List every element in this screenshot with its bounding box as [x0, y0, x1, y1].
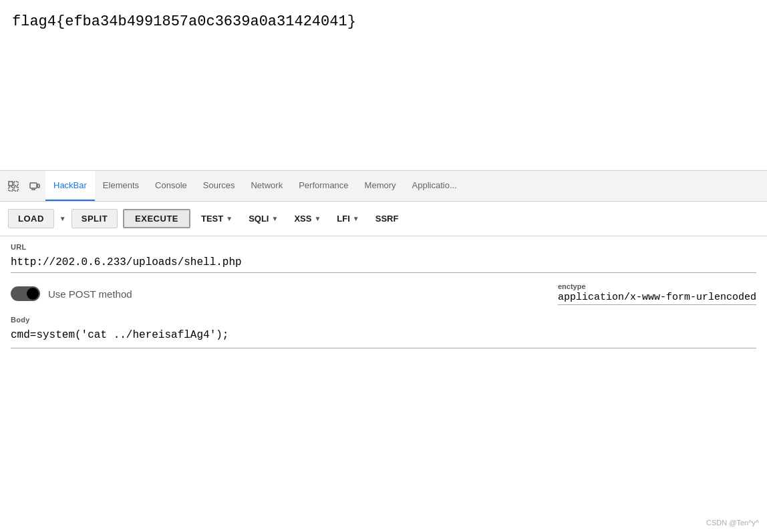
- svg-rect-2: [14, 182, 18, 186]
- post-method-label: Use POST method: [48, 288, 132, 300]
- svg-rect-1: [9, 187, 13, 191]
- xss-dropdown-arrow: ▼: [314, 215, 321, 222]
- svg-rect-4: [30, 183, 37, 188]
- tab-sources[interactable]: Sources: [195, 171, 243, 201]
- lfi-dropdown-arrow: ▼: [353, 215, 359, 222]
- devtools-tab-bar: HackBar Elements Console Sources Network…: [0, 171, 767, 202]
- tab-memory[interactable]: Memory: [357, 171, 404, 201]
- url-input[interactable]: [11, 254, 756, 272]
- tab-application[interactable]: Applicatio...: [404, 171, 465, 201]
- hackbar-content: URL Use POST method enctype application/…: [0, 236, 767, 532]
- tab-hackbar[interactable]: HackBar: [45, 171, 95, 201]
- test-dropdown-arrow: ▼: [226, 215, 233, 222]
- devtools-panel: HackBar Elements Console Sources Network…: [0, 170, 767, 532]
- tab-performance[interactable]: Performance: [291, 171, 356, 201]
- hackbar-toolbar: LOAD ▼ SPLIT EXECUTE TEST ▼ SQLI ▼ XSS ▼…: [0, 202, 767, 236]
- body-divider: [11, 348, 756, 348]
- enctype-value[interactable]: application/x-www-form-urlencoded: [558, 292, 756, 305]
- tab-console[interactable]: Console: [147, 171, 195, 201]
- post-method-section: Use POST method enctype application/x-ww…: [0, 273, 767, 310]
- watermark: CSDN @Ten^y^: [706, 519, 759, 527]
- toggle-knob: [27, 288, 39, 300]
- load-button[interactable]: LOAD: [8, 209, 54, 228]
- inspector-icon[interactable]: [4, 177, 23, 196]
- body-label: Body: [11, 316, 756, 324]
- svg-rect-5: [37, 184, 39, 188]
- ssrf-dropdown[interactable]: SSRF: [370, 210, 404, 228]
- sqli-dropdown[interactable]: SQLI ▼: [243, 210, 283, 228]
- browser-content: flag4{efba34b4991857a0c3639a0a31424041}: [0, 0, 767, 170]
- test-dropdown[interactable]: TEST ▼: [196, 210, 238, 228]
- url-label: URL: [11, 243, 756, 251]
- toggle-container: Use POST method: [11, 286, 132, 301]
- sqli-dropdown-arrow: ▼: [271, 215, 278, 222]
- load-dropdown-arrow[interactable]: ▼: [59, 215, 66, 222]
- split-button[interactable]: SPLIT: [71, 209, 118, 228]
- xss-dropdown[interactable]: XSS ▼: [289, 210, 326, 228]
- tab-elements[interactable]: Elements: [95, 171, 147, 201]
- body-section: Body: [0, 310, 767, 348]
- execute-button[interactable]: EXECUTE: [123, 209, 190, 228]
- tab-network[interactable]: Network: [243, 171, 291, 201]
- lfi-dropdown[interactable]: LFI ▼: [331, 210, 364, 228]
- device-icon[interactable]: [25, 177, 44, 196]
- enctype-section: enctype application/x-www-form-urlencode…: [558, 282, 756, 305]
- svg-rect-0: [9, 182, 13, 186]
- flag-output: flag4{efba34b4991857a0c3639a0a31424041}: [12, 13, 356, 30]
- body-input[interactable]: [11, 326, 756, 345]
- post-method-toggle[interactable]: [11, 286, 40, 301]
- url-section: URL: [0, 236, 767, 273]
- svg-rect-3: [14, 187, 18, 191]
- enctype-label: enctype: [558, 282, 756, 290]
